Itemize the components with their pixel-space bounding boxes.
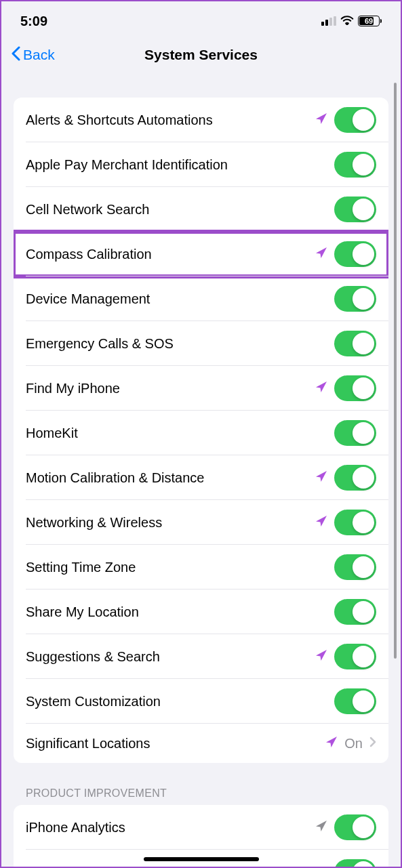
back-label: Back	[23, 47, 55, 63]
toggle-switch[interactable]	[334, 286, 376, 312]
setting-accessories	[334, 197, 376, 222]
setting-label: System Customization	[26, 694, 161, 709]
setting-accessories	[315, 465, 376, 491]
setting-accessories	[315, 107, 376, 133]
setting-label: Cell Network Search	[26, 202, 149, 218]
setting-row: HomeKit	[14, 411, 388, 455]
scrollbar[interactable]	[394, 83, 397, 659]
home-indicator[interactable]	[144, 857, 259, 861]
toggle-switch[interactable]	[334, 375, 376, 401]
setting-label: Networking & Wireless	[26, 515, 162, 531]
setting-accessories	[334, 331, 376, 356]
setting-accessories	[334, 599, 376, 625]
toggle-switch[interactable]	[334, 107, 376, 133]
setting-accessories	[334, 859, 376, 867]
toggle-switch[interactable]	[334, 152, 376, 178]
setting-row: Share My Location	[14, 590, 388, 634]
setting-accessories: On	[325, 736, 376, 751]
battery-icon: 69	[358, 16, 382, 26]
setting-accessories	[315, 644, 376, 669]
navigation-header: Back System Services	[1, 38, 401, 73]
location-arrow-icon	[315, 470, 327, 485]
toggle-switch[interactable]	[334, 554, 376, 580]
status-time: 5:09	[20, 14, 47, 29]
setting-accessories	[315, 510, 376, 535]
page-title: System Services	[144, 47, 258, 63]
setting-accessories	[334, 688, 376, 714]
setting-label: Find My iPhone	[26, 381, 120, 396]
setting-row: Emergency Calls & SOS	[14, 321, 388, 366]
toggle-switch[interactable]	[334, 465, 376, 491]
setting-row: Device Management	[14, 276, 388, 321]
setting-label: Routing & Traffic	[26, 865, 125, 867]
toggle-switch[interactable]	[334, 331, 376, 356]
toggle-switch[interactable]	[334, 814, 376, 840]
content-scroll[interactable]: Alerts & Shortcuts AutomationsApple Pay …	[1, 73, 401, 867]
cellular-signal-icon	[321, 16, 336, 26]
setting-row: Cell Network Search	[14, 187, 388, 232]
setting-label: Suggestions & Search	[26, 649, 160, 665]
setting-accessories	[334, 420, 376, 446]
setting-label: HomeKit	[26, 426, 78, 441]
setting-label: Device Management	[26, 291, 150, 307]
location-arrow-icon	[325, 736, 338, 751]
setting-row: Alerts & Shortcuts Automations	[14, 98, 388, 142]
toggle-switch[interactable]	[334, 420, 376, 446]
setting-row: Find My iPhone	[14, 366, 388, 411]
toggle-switch[interactable]	[334, 241, 376, 267]
detail-value: On	[344, 736, 363, 751]
status-indicators: 69	[321, 14, 382, 28]
setting-row: System Customization	[14, 679, 388, 724]
setting-label: Motion Calibration & Distance	[26, 470, 204, 486]
toggle-switch[interactable]	[334, 859, 376, 867]
setting-row: Apple Pay Merchant Identification	[14, 142, 388, 187]
setting-row: Setting Time Zone	[14, 545, 388, 590]
setting-accessories	[334, 286, 376, 312]
setting-row: Compass Calibration	[14, 232, 388, 276]
setting-label: iPhone Analytics	[26, 820, 125, 835]
chevron-left-icon	[11, 46, 20, 64]
settings-list: Alerts & Shortcuts AutomationsApple Pay …	[14, 98, 388, 763]
toggle-switch[interactable]	[334, 644, 376, 669]
chevron-right-icon	[369, 737, 376, 750]
setting-label: Significant Locations	[26, 736, 150, 751]
setting-row: Suggestions & Search	[14, 634, 388, 679]
location-arrow-icon	[315, 515, 327, 530]
setting-accessories	[334, 152, 376, 178]
location-arrow-icon	[315, 381, 327, 396]
location-arrow-icon	[315, 649, 327, 664]
toggle-switch[interactable]	[334, 197, 376, 222]
setting-label: Apple Pay Merchant Identification	[26, 157, 228, 173]
location-arrow-icon	[315, 247, 327, 262]
setting-accessories	[315, 241, 376, 267]
setting-label: Share My Location	[26, 604, 139, 620]
location-arrow-icon	[315, 112, 327, 127]
setting-label: Setting Time Zone	[26, 560, 136, 575]
status-bar: 5:09 69	[1, 1, 401, 38]
section-header: PRODUCT IMPROVEMENT	[14, 787, 388, 805]
setting-label: Alerts & Shortcuts Automations	[26, 112, 213, 128]
location-arrow-icon	[315, 820, 327, 835]
setting-label: Compass Calibration	[26, 247, 152, 262]
setting-row: Networking & Wireless	[14, 500, 388, 545]
setting-row[interactable]: Significant LocationsOn	[14, 724, 388, 763]
wifi-icon	[340, 14, 354, 28]
setting-label: Emergency Calls & SOS	[26, 336, 174, 352]
back-button[interactable]: Back	[11, 46, 55, 64]
setting-row: iPhone Analytics	[14, 805, 388, 850]
setting-row: Motion Calibration & Distance	[14, 455, 388, 500]
toggle-switch[interactable]	[334, 688, 376, 714]
setting-accessories	[334, 554, 376, 580]
toggle-switch[interactable]	[334, 510, 376, 535]
toggle-switch[interactable]	[334, 599, 376, 625]
setting-accessories	[315, 814, 376, 840]
setting-accessories	[315, 375, 376, 401]
